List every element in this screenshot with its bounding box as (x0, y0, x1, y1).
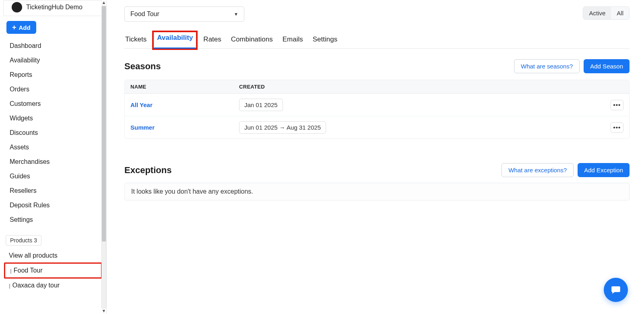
drag-handle-icon[interactable]: || (10, 268, 10, 274)
product-dropdown-value: Food Tour (130, 10, 159, 18)
season-created-pill[interactable]: Jun 01 2025 → Aug 31 2025 (239, 121, 326, 134)
product-label: Oaxaca day tour (12, 282, 60, 289)
nav-assets[interactable]: Assets (4, 140, 102, 155)
col-name: NAME (130, 84, 239, 90)
main-nav: Dashboard Availability Reports Orders Cu… (0, 39, 106, 227)
tab-emails[interactable]: Emails (282, 32, 304, 48)
exceptions-section: Exceptions What are exceptions? Add Exce… (124, 163, 630, 200)
topbar: Food Tour ▼ Active All (124, 6, 630, 22)
status-toggle: Active All (583, 6, 630, 20)
drag-handle-icon[interactable]: || (9, 283, 9, 289)
exceptions-title: Exceptions (124, 165, 171, 176)
nav-dashboard[interactable]: Dashboard (4, 39, 102, 53)
seasons-title: Seasons (124, 61, 161, 72)
tab-settings[interactable]: Settings (312, 32, 338, 48)
dots-icon: ••• (613, 124, 621, 131)
chat-icon (611, 285, 621, 295)
tab-rates[interactable]: Rates (202, 32, 222, 48)
chat-fab[interactable] (604, 278, 628, 302)
product-food-tour[interactable]: || Food Tour (4, 262, 102, 279)
nav-guides[interactable]: Guides (4, 169, 102, 184)
plus-icon: + (12, 24, 17, 31)
tab-combinations[interactable]: Combinations (230, 32, 274, 48)
seasons-section: Seasons What are seasons? Add Season NAM… (124, 59, 630, 139)
sidebar: TicketingHub Demo + Add Dashboard Availa… (0, 0, 107, 314)
scroll-track[interactable] (101, 6, 106, 308)
nav-deposit-rules[interactable]: Deposit Rules (4, 198, 102, 213)
season-row: Summer Jun 01 2025 → Aug 31 2025 ••• (125, 116, 629, 138)
nav-resellers[interactable]: Resellers (4, 184, 102, 198)
nav-availability[interactable]: Availability (4, 53, 102, 68)
row-menu-button[interactable]: ••• (611, 122, 623, 133)
brand-name: TicketingHub Demo (26, 4, 83, 11)
view-all-products-label: View all products (9, 252, 58, 259)
season-name-link[interactable]: Summer (130, 124, 239, 131)
tab-tickets[interactable]: Tickets (124, 32, 147, 48)
product-label: Food Tour (14, 267, 43, 274)
nav-orders[interactable]: Orders (4, 82, 102, 97)
add-button-label: Add (19, 24, 31, 31)
status-active[interactable]: Active (583, 7, 611, 19)
scroll-up-icon[interactable]: ▲ (102, 0, 106, 6)
product-dropdown[interactable]: Food Tour ▼ (124, 6, 244, 22)
add-button[interactable]: + Add (6, 21, 36, 34)
nav-discounts[interactable]: Discounts (4, 126, 102, 140)
seasons-table-head: NAME CREATED (125, 80, 629, 94)
exceptions-help-link[interactable]: What are exceptions? (502, 163, 574, 177)
tab-availability[interactable]: Availability (152, 31, 198, 50)
brand-icon (12, 2, 22, 12)
add-exception-button[interactable]: Add Exception (578, 163, 630, 177)
season-created-pill[interactable]: Jan 01 2025 (239, 99, 283, 111)
nav-merchandises[interactable]: Merchandises (4, 155, 102, 169)
scroll-down-icon[interactable]: ▼ (102, 308, 106, 314)
nav-widgets[interactable]: Widgets (4, 111, 102, 126)
row-menu-button[interactable]: ••• (611, 100, 623, 110)
nav-settings[interactable]: Settings (4, 213, 102, 227)
seasons-table: NAME CREATED All Year Jan 01 2025 ••• Su… (124, 80, 630, 139)
view-all-products[interactable]: View all products (4, 249, 102, 262)
nav-customers[interactable]: Customers (4, 97, 102, 111)
status-all[interactable]: All (611, 7, 629, 19)
dots-icon: ••• (613, 101, 621, 108)
season-name-link[interactable]: All Year (130, 101, 239, 108)
main-content: Food Tour ▼ Active All Tickets Availabil… (107, 0, 644, 314)
sidebar-scrollbar[interactable]: ▲ ▼ (100, 0, 108, 314)
nav-reports[interactable]: Reports (4, 68, 102, 82)
brand-selector[interactable]: TicketingHub Demo (3, 0, 102, 16)
scroll-thumb[interactable] (102, 6, 106, 242)
products-badge[interactable]: Products 3 (6, 235, 41, 246)
product-tabs: Tickets Availability Rates Combinations … (124, 32, 630, 49)
product-list: View all products || Food Tour || Oaxaca… (0, 249, 106, 300)
exceptions-empty-state: It looks like you don't have any excepti… (124, 183, 630, 200)
season-row: All Year Jan 01 2025 ••• (125, 94, 629, 116)
col-created: CREATED (239, 84, 591, 90)
chevron-down-icon: ▼ (234, 12, 238, 17)
product-oaxaca-day-tour[interactable]: || Oaxaca day tour (4, 279, 102, 292)
add-season-button[interactable]: Add Season (584, 59, 630, 73)
svg-rect-0 (15, 6, 19, 8)
seasons-help-link[interactable]: What are seasons? (514, 59, 580, 73)
